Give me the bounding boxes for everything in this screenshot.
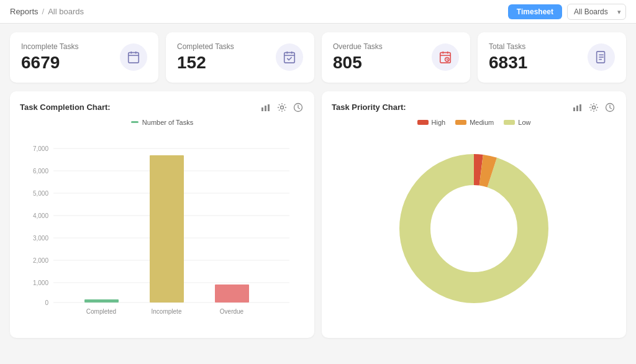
settings-icon-btn[interactable] xyxy=(276,101,288,114)
svg-rect-44 xyxy=(573,107,575,111)
svg-text:0: 0 xyxy=(45,299,48,306)
stat-icon-wrap-overdue xyxy=(432,43,459,71)
legend-low-color xyxy=(504,120,515,125)
task-priority-chart-title: Task Priority Chart: xyxy=(332,102,406,112)
timesheet-button[interactable]: Timesheet xyxy=(508,4,562,19)
stat-info-overdue: Overdue Tasks 805 xyxy=(333,42,383,73)
stat-label-overdue: Overdue Tasks xyxy=(333,42,383,51)
svg-rect-0 xyxy=(129,53,139,63)
stat-label-completed: Completed Tasks xyxy=(177,42,234,51)
all-boards-select-wrapper: All Boards xyxy=(567,4,626,20)
task-completion-chart-header: Task Completion Chart: xyxy=(20,101,304,114)
svg-text:4,000: 4,000 xyxy=(33,212,48,219)
legend-low-label: Low xyxy=(518,119,530,126)
legend-medium-label: Medium xyxy=(470,119,494,126)
stat-value-overdue: 805 xyxy=(333,53,383,73)
legend-high-label: High xyxy=(432,119,446,126)
breadcrumb-reports[interactable]: Reports xyxy=(10,7,39,16)
svg-rect-42 xyxy=(215,284,249,303)
stat-info-total: Total Tasks 6831 xyxy=(489,42,527,73)
legend-medium-color xyxy=(455,120,466,125)
stat-icon-wrap-completed xyxy=(276,43,303,71)
svg-rect-19 xyxy=(268,104,270,111)
donut-svg-wrap xyxy=(332,132,616,319)
priority-chart-actions xyxy=(571,101,616,114)
stat-card-overdue: Overdue Tasks 805 xyxy=(322,32,470,83)
stat-card-completed: Completed Tasks 152 xyxy=(166,32,314,83)
svg-rect-40 xyxy=(150,155,184,303)
svg-rect-18 xyxy=(265,106,266,111)
svg-text:6,000: 6,000 xyxy=(33,168,48,175)
svg-text:Overdue: Overdue xyxy=(220,308,244,315)
breadcrumb-all-boards: All boards xyxy=(48,7,84,16)
svg-rect-4 xyxy=(284,53,295,63)
stat-value-incomplete: 6679 xyxy=(21,53,79,73)
svg-point-20 xyxy=(281,106,284,109)
stat-icon-wrap-incomplete xyxy=(120,43,147,71)
clock-icon-2 xyxy=(605,102,615,112)
top-bar: Reports / All boards Timesheet All Board… xyxy=(0,0,636,24)
svg-text:3,000: 3,000 xyxy=(33,235,48,242)
gear-icon-2 xyxy=(589,102,599,112)
clock-icon-btn[interactable] xyxy=(292,101,304,114)
svg-text:Completed: Completed xyxy=(86,308,116,315)
bar-chart-svg: 7,000 6,000 5,000 4,000 3,000 2,000 1,00… xyxy=(20,140,304,326)
task-priority-chart-header: Task Priority Chart: xyxy=(332,101,616,114)
svg-point-52 xyxy=(434,188,514,269)
stat-card-incomplete: Incomplete Tasks 6679 xyxy=(10,32,158,83)
chart-actions xyxy=(260,101,304,114)
bar-chart-icon-2 xyxy=(573,102,583,112)
main-content: Incomplete Tasks 6679 Completed Tasks 15… xyxy=(0,24,636,347)
priority-bar-icon-btn[interactable] xyxy=(571,101,584,114)
stat-label-total: Total Tasks xyxy=(489,42,527,51)
svg-rect-38 xyxy=(84,299,119,303)
breadcrumb-separator: / xyxy=(42,7,45,16)
legend-medium: Medium xyxy=(455,119,494,126)
donut-chart-svg xyxy=(375,132,573,319)
all-boards-select[interactable]: All Boards xyxy=(567,4,626,20)
stat-value-completed: 152 xyxy=(177,53,234,73)
bar-chart-icon-btn[interactable] xyxy=(260,101,272,114)
task-completion-chart-title: Task Completion Chart: xyxy=(20,102,111,112)
svg-rect-45 xyxy=(576,106,578,111)
priority-clock-btn[interactable] xyxy=(604,101,616,114)
svg-text:5,000: 5,000 xyxy=(33,190,48,197)
task-priority-chart-card: Task Priority Chart: xyxy=(322,91,626,338)
breadcrumb: Reports / All boards xyxy=(10,7,84,16)
donut-legend: High Medium Low xyxy=(332,119,616,126)
svg-text:Incomplete: Incomplete xyxy=(152,308,182,315)
svg-text:2,000: 2,000 xyxy=(33,257,48,264)
svg-rect-17 xyxy=(261,107,263,111)
charts-row: Task Completion Chart: xyxy=(10,91,626,338)
svg-rect-46 xyxy=(579,104,581,111)
gear-icon xyxy=(277,102,287,112)
bar-legend-dot xyxy=(131,121,139,123)
svg-text:7,000: 7,000 xyxy=(33,145,48,152)
stat-cards-row: Incomplete Tasks 6679 Completed Tasks 15… xyxy=(10,32,626,83)
clock-icon xyxy=(293,102,303,112)
stat-value-total: 6831 xyxy=(489,53,527,73)
svg-text:1,000: 1,000 xyxy=(33,280,48,286)
bar-chart-icon xyxy=(261,102,271,112)
svg-point-47 xyxy=(593,106,596,109)
top-right-controls: Timesheet All Boards xyxy=(508,4,626,20)
legend-low: Low xyxy=(504,119,530,126)
bar-legend-label: Number of Tasks xyxy=(142,119,193,126)
task-completion-chart-card: Task Completion Chart: xyxy=(10,91,314,338)
priority-settings-btn[interactable] xyxy=(588,101,600,114)
legend-high: High xyxy=(417,119,446,126)
stat-label-incomplete: Incomplete Tasks xyxy=(21,42,79,51)
bar-chart-legend: Number of Tasks xyxy=(20,119,304,126)
stat-icon-wrap-total xyxy=(588,43,615,71)
stat-card-total: Total Tasks 6831 xyxy=(478,32,626,83)
stat-info-incomplete: Incomplete Tasks 6679 xyxy=(21,42,79,73)
stat-info-completed: Completed Tasks 152 xyxy=(177,42,234,73)
bar-chart-area: 7,000 6,000 5,000 4,000 3,000 2,000 1,00… xyxy=(20,134,304,328)
legend-high-color xyxy=(417,120,429,125)
